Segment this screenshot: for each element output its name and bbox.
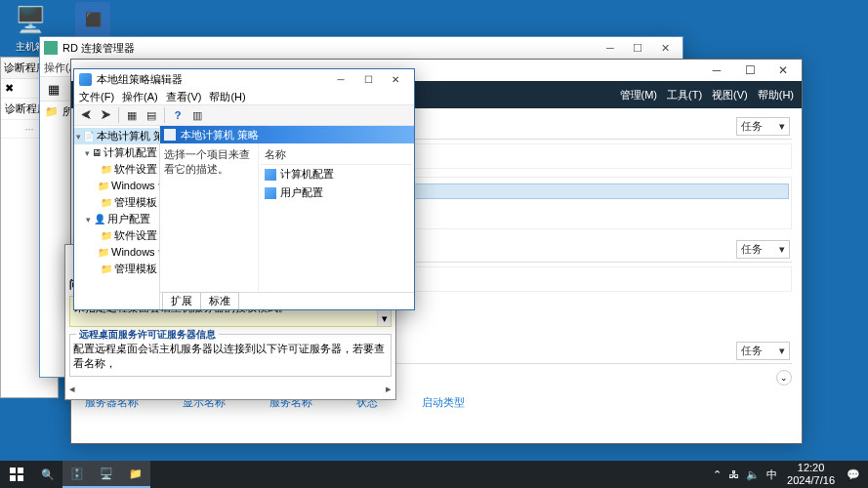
license-info-group: 远程桌面服务许可证服务器信息 配置远程桌面会话主机服务器以连接到以下许可证服务器… [69, 334, 392, 377]
tab-extended[interactable]: 扩展 [162, 292, 201, 309]
expand-button[interactable]: ⌄ [776, 370, 792, 386]
svg-rect-2 [10, 475, 16, 481]
gpedit-titlebar[interactable]: 本地组策略编辑器 ─ ☐ ✕ [74, 69, 414, 89]
tree-node[interactable]: 📁软件设置 [74, 227, 159, 244]
menu-view[interactable]: 视图(V) [712, 88, 748, 102]
gpedit-title: 本地组策略编辑器 [97, 72, 327, 87]
task-rdcm[interactable]: 🖥️ [92, 461, 121, 488]
tree-node[interactable]: 📁管理模板 [74, 261, 159, 277]
close-button[interactable]: ✕ [766, 61, 800, 80]
gpedit-tree[interactable]: ▾📄本地计算机 策略▾🖥计算机配置📁软件设置📁Windows 设置📁管理模板▾👤… [74, 126, 160, 309]
close-button[interactable]: ✕ [651, 39, 679, 57]
menu-action[interactable]: 操作(A) [122, 90, 158, 104]
tree-node[interactable]: 📁软件设置 [74, 161, 159, 178]
svg-rect-3 [18, 475, 23, 481]
task-server-manager[interactable]: 🗄️ [62, 461, 92, 488]
menu-view[interactable]: 查看(V) [166, 90, 202, 104]
back-button[interactable]: ⮜ [77, 106, 95, 124]
start-button[interactable] [0, 461, 33, 488]
gpedit-toolbar: ⮜ ⮞ ▦ ▤ ? ▥ [74, 104, 414, 126]
computer-config-icon [265, 169, 276, 181]
task-dropdown[interactable]: 任务▾ [736, 117, 790, 136]
tree-node[interactable]: 📁Windows 设置 [74, 178, 159, 194]
gpedit-app-icon [79, 73, 92, 86]
view-btn-2[interactable]: ▤ [143, 106, 160, 124]
svg-rect-1 [18, 468, 23, 473]
menu-file[interactable]: 文件(F) [79, 90, 114, 104]
column-name[interactable]: 名称 [261, 145, 412, 165]
help-button[interactable]: ? [169, 106, 186, 124]
maximize-button[interactable]: ☐ [354, 71, 382, 87]
menu-manage[interactable]: 管理(M) [620, 88, 658, 102]
tab-standard[interactable]: 标准 [200, 292, 239, 309]
forward-button[interactable]: ⮞ [97, 106, 114, 124]
view-btn-1[interactable]: ▦ [123, 106, 141, 124]
minimize-button[interactable]: ─ [700, 61, 733, 80]
item-computer-config[interactable]: 计算机配置 [261, 165, 412, 183]
gpedit-window: 本地组策略编辑器 ─ ☐ ✕ 文件(F) 操作(A) 查看(V) 帮助(H) ⮜… [73, 68, 415, 310]
gpedit-description: 选择一个项目来查看它的描述。 [160, 143, 258, 292]
system-tray[interactable]: ⌃ 🖧 🔈 中 [707, 468, 783, 482]
windows-icon [10, 468, 23, 481]
tree-node[interactable]: 📁Windows 设置 [74, 244, 159, 261]
gpedit-tabs: 扩展 标准 [160, 292, 414, 309]
rdcm-titlebar[interactable]: RD 连接管理器 ─ ☐ ✕ [40, 37, 682, 59]
tree-node[interactable]: 📁管理模板 [74, 194, 159, 211]
taskbar-clock[interactable]: 12:20 2024/7/16 [783, 462, 839, 486]
task-explorer[interactable]: 📁 [121, 461, 150, 488]
gpedit-itemlist: 名称 计算机配置 用户配置 [258, 143, 414, 292]
svg-rect-0 [10, 468, 16, 473]
tree-node[interactable]: ▾🖥计算机配置 [74, 144, 159, 161]
maximize-button[interactable]: ☐ [624, 39, 651, 57]
toolbar-btn-1[interactable]: ▦ [44, 79, 63, 99]
menu-help[interactable]: 帮助(H) [209, 90, 245, 104]
task-dropdown[interactable]: 任务▾ [736, 342, 790, 360]
minimize-button[interactable]: ─ [327, 71, 354, 87]
notification-button[interactable]: 💬 [839, 461, 868, 488]
rdcm-app-icon [44, 41, 58, 55]
rdcm-title: RD 连接管理器 [62, 41, 597, 56]
gpedit-menubar: 文件(F) 操作(A) 查看(V) 帮助(H) [74, 89, 414, 104]
taskbar: 🔍 🗄️ 🖥️ 📁 ⌃ 🖧 🔈 中 12:20 2024/7/16 💬 [0, 461, 868, 488]
tray-network-icon[interactable]: 🖧 [728, 468, 739, 480]
tree-node[interactable]: ▾👤用户配置 [74, 211, 159, 227]
app-icon: ⬛ [75, 2, 110, 37]
tree-node[interactable]: ▾📄本地计算机 策略 [74, 128, 159, 144]
user-config-icon [265, 187, 276, 199]
minimize-button[interactable]: ─ [597, 39, 624, 57]
computer-icon: 🖥️ [13, 2, 48, 37]
col-start[interactable]: 启动类型 [422, 395, 465, 410]
policy-icon [164, 129, 176, 141]
item-user-config[interactable]: 用户配置 [261, 183, 412, 202]
tray-ime[interactable]: 中 [766, 468, 777, 482]
gpedit-right-header: 本地计算机 策略 [160, 126, 414, 143]
view-btn-3[interactable]: ▥ [188, 106, 206, 124]
maximize-button[interactable]: ☐ [733, 61, 766, 80]
tray-up-icon[interactable]: ⌃ [713, 468, 722, 481]
menu-help[interactable]: 帮助(H) [758, 88, 794, 102]
task-dropdown[interactable]: 任务▾ [736, 240, 790, 259]
close-button[interactable]: ✕ [382, 71, 409, 87]
task-search[interactable]: 🔍 [33, 461, 62, 488]
tray-sound-icon[interactable]: 🔈 [746, 468, 760, 481]
menu-tools[interactable]: 工具(T) [667, 88, 702, 102]
